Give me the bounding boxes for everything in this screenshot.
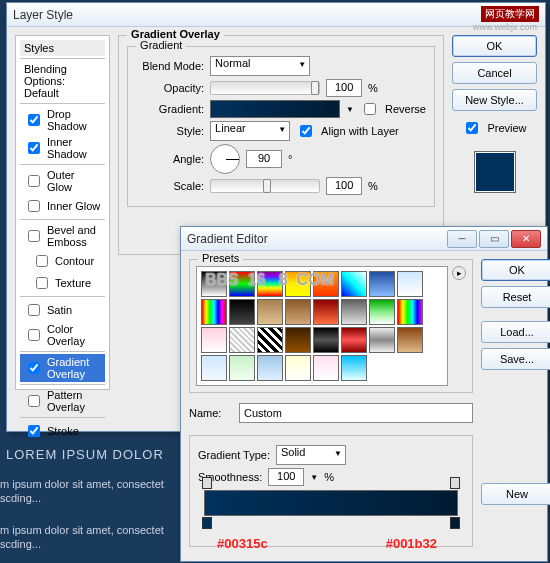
style-item-stroke[interactable]: Stroke [20,420,105,442]
style-check[interactable] [28,142,40,154]
style-item-bevel-and-emboss[interactable]: Bevel and Emboss [20,222,105,250]
preset-swatch[interactable] [369,327,395,353]
gradient-label: Gradient: [136,103,204,115]
style-item-texture[interactable]: Texture [20,272,105,294]
presets-grid: BBS 16 8 COM [196,266,448,386]
style-item-satin[interactable]: Satin [20,299,105,321]
opacity-value[interactable]: 100 [326,79,362,97]
style-label: Color Overlay [47,323,101,347]
style-check[interactable] [28,175,40,187]
preset-swatch[interactable] [201,271,227,297]
style-label: Inner Shadow [47,136,101,160]
name-field[interactable] [239,403,473,423]
style-select[interactable]: Linear [210,121,290,141]
style-item-inner-shadow[interactable]: Inner Shadow [20,134,105,162]
preset-swatch[interactable] [369,299,395,325]
blend-mode-select[interactable]: Normal [210,56,310,76]
preset-swatch[interactable] [285,327,311,353]
gradient-editor-titlebar[interactable]: Gradient Editor ─ ▭ ✕ [181,227,547,251]
preset-swatch[interactable] [257,327,283,353]
preset-swatch[interactable] [397,271,423,297]
style-check[interactable] [28,425,40,437]
scale-slider[interactable] [210,179,320,193]
smoothness-pct: % [324,471,334,483]
opacity-stop-right[interactable] [450,477,460,489]
align-checkbox[interactable] [300,125,312,137]
preview-checkbox[interactable] [466,122,478,134]
ge-save-button[interactable]: Save... [481,348,550,370]
ge-load-button[interactable]: Load... [481,321,550,343]
blending-options-item[interactable]: Blending Options: Default [20,61,105,101]
style-item-outer-glow[interactable]: Outer Glow [20,167,105,195]
presets-menu-icon[interactable]: ▸ [452,266,466,280]
style-check[interactable] [28,200,40,212]
angle-value[interactable]: 90 [246,150,282,168]
gradient-type-select[interactable]: Solid [276,445,346,465]
smoothness-value[interactable]: 100 [268,468,304,486]
preset-swatch[interactable] [313,271,339,297]
color-stop-right[interactable] [450,517,460,529]
new-style-button[interactable]: New Style... [452,89,537,111]
site-badge: 网页教学网 [481,6,539,22]
preset-swatch[interactable] [229,299,255,325]
preset-swatch[interactable] [313,355,339,381]
style-check[interactable] [36,255,48,267]
color-stop-left[interactable] [202,517,212,529]
angle-dial[interactable] [210,144,240,174]
ge-new-button[interactable]: New [481,483,550,505]
gradient-preview[interactable] [210,100,340,118]
preset-swatch[interactable] [201,355,227,381]
close-icon[interactable]: ✕ [511,230,541,248]
preset-swatch[interactable] [341,355,367,381]
preset-swatch[interactable] [369,271,395,297]
preset-swatch[interactable] [341,299,367,325]
gradient-dropdown-icon[interactable]: ▼ [346,105,354,114]
style-check[interactable] [28,329,40,341]
ge-reset-button[interactable]: Reset [481,286,550,308]
styles-header[interactable]: Styles [20,40,105,56]
gradient-bar[interactable] [204,490,458,516]
minimize-icon[interactable]: ─ [447,230,477,248]
preset-swatch[interactable] [341,327,367,353]
preset-swatch[interactable] [257,299,283,325]
preset-swatch[interactable] [285,271,311,297]
opacity-stop-left[interactable] [202,477,212,489]
preset-swatch[interactable] [397,327,423,353]
preset-swatch[interactable] [285,355,311,381]
preset-swatch[interactable] [257,271,283,297]
style-check[interactable] [28,395,40,407]
preset-swatch[interactable] [201,299,227,325]
style-item-inner-glow[interactable]: Inner Glow [20,195,105,217]
layer-style-titlebar[interactable]: Layer Style [7,3,545,27]
preset-swatch[interactable] [313,327,339,353]
preset-swatch[interactable] [257,355,283,381]
style-item-drop-shadow[interactable]: Drop Shadow [20,106,105,134]
style-item-gradient-overlay[interactable]: Gradient Overlay [20,354,105,382]
gradient-editor-window: Gradient Editor ─ ▭ ✕ Presets BBS 16 8 C… [180,226,548,562]
preset-swatch[interactable] [341,271,367,297]
style-item-pattern-overlay[interactable]: Pattern Overlay [20,387,105,415]
ge-ok-button[interactable]: OK [481,259,550,281]
style-check[interactable] [28,114,40,126]
preset-swatch[interactable] [229,355,255,381]
ok-button[interactable]: OK [452,35,537,57]
preset-swatch[interactable] [229,271,255,297]
reverse-checkbox[interactable] [364,103,376,115]
style-check[interactable] [36,277,48,289]
preset-swatch[interactable] [397,299,423,325]
preset-swatch[interactable] [313,299,339,325]
opacity-slider[interactable] [210,81,320,95]
preset-swatch[interactable] [229,327,255,353]
scale-value[interactable]: 100 [326,177,362,195]
style-check[interactable] [28,304,40,316]
hex-right-label: #001b32 [386,536,437,551]
preset-swatch[interactable] [201,327,227,353]
maximize-icon[interactable]: ▭ [479,230,509,248]
style-item-color-overlay[interactable]: Color Overlay [20,321,105,349]
cancel-button[interactable]: Cancel [452,62,537,84]
smoothness-dropdown-icon[interactable]: ▼ [310,473,318,482]
style-check[interactable] [28,362,40,374]
style-item-contour[interactable]: Contour [20,250,105,272]
preset-swatch[interactable] [285,299,311,325]
style-check[interactable] [28,230,40,242]
